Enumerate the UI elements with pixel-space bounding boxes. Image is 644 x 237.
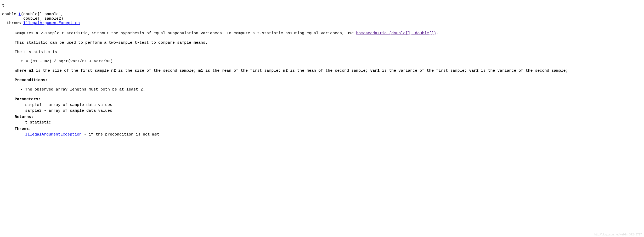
parameter-1: sample1 - array of sample data values	[25, 102, 642, 108]
method-detail-block: t double t(double[] sample1, double[] sa…	[0, 0, 644, 141]
homoscedastic-link[interactable]: homoscedasticT(double[], double[])	[356, 31, 436, 36]
throws-link[interactable]: IllegalArgumentException	[25, 132, 82, 137]
method-heading: t	[2, 3, 642, 8]
preconditions-list: The observed array lengths must both be …	[15, 87, 642, 93]
precondition-item: The observed array lengths must both be …	[25, 87, 642, 93]
throws-label: Throws:	[15, 126, 642, 132]
tag-list: Parameters: sample1 - array of sample da…	[15, 97, 642, 137]
desc-paragraph-1: Computes a 2-sample t statistic, without…	[15, 31, 642, 36]
throws-link-signature[interactable]: IllegalArgumentException	[23, 21, 80, 25]
parameters-label: Parameters:	[15, 97, 642, 102]
method-name-link[interactable]: t	[19, 12, 21, 16]
preconditions-label: Preconditions:	[15, 77, 642, 83]
bottom-divider	[0, 141, 644, 141]
formula: t = (m1 - m2) / sqrt(var1/n1 + var2/n2)	[21, 59, 642, 64]
returns-label: Returns:	[15, 114, 642, 120]
method-signature: double t(double[] sample1, double[] samp…	[2, 12, 642, 25]
throws-value: IllegalArgumentException - if the precon…	[25, 132, 642, 138]
desc-paragraph-3: The t-statisitc is	[15, 49, 642, 55]
where-paragraph: where n1 is the size of the first sample…	[15, 68, 642, 74]
returns-value: t statistic	[25, 120, 642, 126]
parameter-2: sample2 - array of sample data values	[25, 108, 642, 114]
method-description: Computes a 2-sample t statistic, without…	[15, 31, 642, 138]
desc-paragraph-2: This statistic can be used to perform a …	[15, 40, 642, 46]
